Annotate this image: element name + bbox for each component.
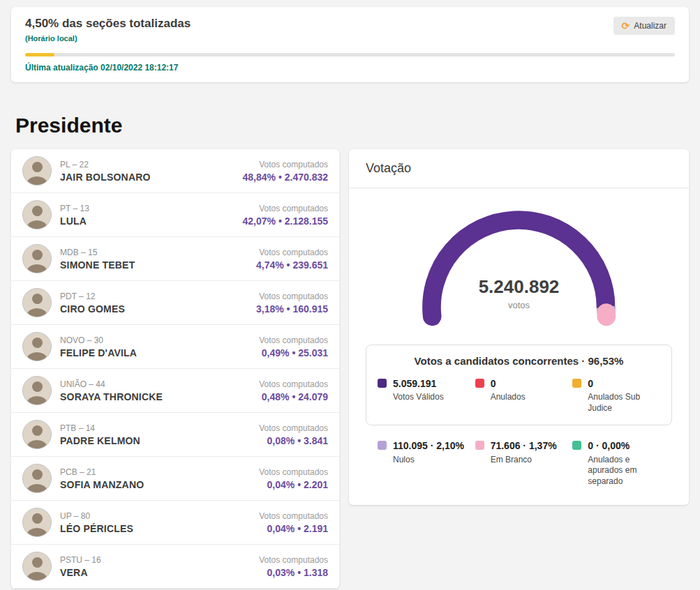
- legend-item: 71.606 · 1,37% Em Branco: [475, 439, 563, 487]
- legend-swatch: [572, 441, 581, 450]
- legend-label: Votos Válidos: [393, 392, 466, 403]
- legend-item: 5.059.191 Votos Válidos: [378, 377, 466, 414]
- candidate-name: LÉO PÉRICLES: [60, 523, 251, 534]
- votes-computed-label: Votos computados: [259, 423, 328, 433]
- candidate-party: PT – 13: [60, 204, 234, 213]
- votes-value: 0,04% • 2.191: [259, 523, 328, 534]
- candidate-row[interactable]: UNIÃO – 44 SORAYA THRONICKE Votos comput…: [11, 369, 339, 413]
- page-title: Presidente: [15, 113, 700, 138]
- votes-computed-label: Votos computados: [259, 335, 328, 345]
- legend-value: 0 · 0,00%: [588, 439, 660, 452]
- legend-value: 5.059.191: [393, 377, 466, 390]
- candidate-name: LULA: [60, 215, 234, 227]
- legend-label: Anulados Sub Judice: [588, 392, 660, 414]
- totalization-title: 4,50% das seções totalizadas: [25, 17, 191, 31]
- candidate-row[interactable]: PTB – 14 PADRE KELMON Votos computados 0…: [11, 413, 339, 457]
- candidate-party: PTB – 14: [60, 423, 251, 433]
- candidate-avatar: [22, 244, 52, 273]
- candidate-row[interactable]: PL – 22 JAIR BOLSONARO Votos computados …: [11, 149, 339, 193]
- votes-computed-label: Votos computados: [259, 467, 328, 477]
- candidate-row[interactable]: PT – 13 LULA Votos computados 42,07% • 2…: [11, 193, 339, 237]
- legend-box: Votos a candidatos concorrentes · 96,53%…: [366, 345, 672, 425]
- votes-value: 0,08% • 3.841: [259, 435, 328, 446]
- votes-value: 3,18% • 160.915: [256, 303, 328, 315]
- candidate-party: UP – 80: [60, 511, 251, 521]
- candidate-row[interactable]: MDB – 15 SIMONE TEBET Votos computados 4…: [11, 237, 339, 281]
- candidate-name: JAIR BOLSONARO: [60, 172, 234, 183]
- votacao-card: Votação 5.240.892 votos Votos a candidat…: [349, 149, 689, 505]
- legend-label: Anulados e apurados em separado: [588, 455, 660, 487]
- legend-item: 0 Anulados: [475, 377, 563, 414]
- votes-computed-label: Votos computados: [259, 379, 328, 389]
- gauge-total-label: votos: [408, 300, 631, 310]
- legend-label: Nulos: [393, 455, 466, 466]
- refresh-button[interactable]: ⟳ Atualizar: [613, 17, 675, 35]
- candidate-avatar: [22, 508, 52, 537]
- candidates-list: PL – 22 JAIR BOLSONARO Votos computados …: [11, 149, 339, 589]
- local-time-note: (Horário local): [25, 34, 191, 43]
- votes-computed-label: Votos computados: [256, 248, 328, 257]
- last-update-text: Última atualização 02/10/2022 18:12:17: [25, 63, 675, 73]
- candidate-row[interactable]: PSTU – 16 VERA Votos computados 0,03% • …: [11, 545, 339, 589]
- votes-value: 0,03% • 1.318: [259, 567, 328, 578]
- legend-value: 0: [491, 377, 563, 390]
- votes-gauge: 5.240.892 votos: [408, 206, 631, 329]
- legend-swatch: [378, 379, 387, 388]
- candidate-party: MDB – 15: [60, 248, 248, 257]
- totalization-texts: 4,50% das seções totalizadas (Horário lo…: [25, 17, 191, 43]
- candidate-name: FELIPE D'AVILA: [60, 347, 251, 358]
- candidate-avatar: [22, 464, 52, 493]
- totalization-card: 4,50% das seções totalizadas (Horário lo…: [11, 7, 689, 82]
- votes-value: 48,84% • 2.470.832: [243, 172, 328, 183]
- votes-gauge-svg: [408, 206, 631, 329]
- legend-value: 110.095 · 2,10%: [393, 439, 466, 452]
- candidate-row[interactable]: PDT – 12 CIRO GOMES Votos computados 3,1…: [11, 281, 339, 325]
- candidate-name: SIMONE TEBET: [60, 259, 248, 271]
- candidate-party: PCB – 21: [60, 467, 251, 477]
- candidate-name: SORAYA THRONICKE: [60, 391, 251, 402]
- legend-label: Anulados: [491, 392, 563, 403]
- legend-item: 0 · 0,00% Anulados e apurados em separad…: [572, 439, 660, 487]
- candidate-avatar: [22, 376, 52, 405]
- legend-item: 110.095 · 2,10% Nulos: [378, 439, 466, 487]
- votes-value: 42,07% • 2.128.155: [243, 215, 328, 227]
- votes-computed-label: Votos computados: [259, 511, 328, 521]
- candidate-party: NOVO – 30: [60, 335, 251, 345]
- gauge-total-votes: 5.240.892: [408, 276, 631, 298]
- legend-swatch: [378, 441, 387, 450]
- gauge-center: 5.240.892 votos: [408, 276, 631, 310]
- candidate-avatar: [22, 156, 52, 186]
- legend-item: 0 Anulados Sub Judice: [572, 377, 660, 414]
- candidate-row[interactable]: NOVO – 30 FELIPE D'AVILA Votos computado…: [11, 325, 339, 369]
- refresh-icon: ⟳: [622, 21, 630, 31]
- candidate-party: UNIÃO – 44: [60, 379, 251, 389]
- legend-title: Votos a candidatos concorrentes · 96,53%: [378, 355, 660, 367]
- candidate-avatar: [22, 552, 52, 581]
- votacao-title: Votação: [349, 149, 689, 188]
- candidate-party: PL – 22: [60, 160, 234, 169]
- candidate-avatar: [22, 420, 52, 449]
- candidate-avatar: [22, 288, 52, 317]
- totalization-progress-bar: [25, 53, 675, 56]
- candidate-row[interactable]: UP – 80 LÉO PÉRICLES Votos computados 0,…: [11, 501, 339, 545]
- candidate-name: CIRO GOMES: [60, 303, 248, 315]
- legend-swatch: [572, 379, 581, 388]
- votes-value: 0,49% • 25.031: [259, 347, 328, 358]
- legend-swatch: [475, 379, 484, 388]
- candidate-party: PSTU – 16: [60, 555, 251, 565]
- votes-computed-label: Votos computados: [256, 292, 328, 301]
- legend-value: 0: [588, 377, 660, 390]
- refresh-button-label: Atualizar: [634, 21, 667, 31]
- legend-label: Em Branco: [491, 455, 563, 466]
- legend-swatch: [475, 441, 484, 450]
- votes-computed-label: Votos computados: [243, 160, 328, 169]
- candidate-row[interactable]: PCB – 21 SOFIA MANZANO Votos computados …: [11, 457, 339, 501]
- candidate-name: SOFIA MANZANO: [60, 479, 251, 490]
- votes-computed-label: Votos computados: [243, 204, 328, 213]
- candidate-name: VERA: [60, 567, 251, 578]
- votes-value: 0,48% • 24.079: [259, 391, 328, 402]
- candidate-avatar: [22, 200, 52, 229]
- progress-fill: [25, 53, 54, 56]
- legend-value: 71.606 · 1,37%: [491, 439, 563, 452]
- candidate-party: PDT – 12: [60, 292, 248, 301]
